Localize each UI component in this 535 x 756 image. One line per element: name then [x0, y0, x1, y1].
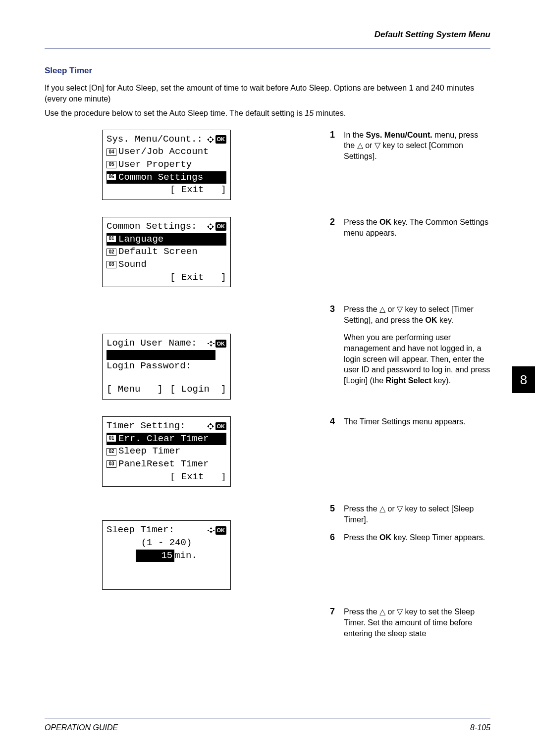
proc-default: 15	[305, 109, 314, 117]
svg-marker-12	[209, 423, 212, 425]
lcd-title: Login User Name:	[107, 337, 197, 350]
softkey-exit: [ Exit ]	[170, 471, 226, 484]
step-text: Press the OK key. Sleep Timer appears.	[344, 532, 485, 543]
menu-item: User/Job Account	[118, 146, 209, 158]
footer-right: 8-105	[470, 723, 490, 732]
svg-rect-19	[213, 530, 214, 531]
nav-arrows-icon	[207, 223, 214, 231]
svg-rect-11	[213, 343, 214, 344]
step-number: 2	[330, 217, 344, 238]
nav-numeric-icon	[208, 527, 214, 534]
svg-marker-16	[210, 527, 213, 529]
item-number: 06	[107, 173, 116, 181]
svg-marker-2	[207, 138, 209, 141]
down-triangle-icon: ▽	[397, 305, 403, 313]
header-divider	[45, 49, 490, 49]
down-triangle-icon: ▽	[374, 141, 380, 150]
item-number: 05	[107, 161, 116, 168]
menu-item: User Property	[118, 158, 192, 171]
down-triangle-icon: ▽	[397, 607, 403, 616]
lcd-title: Sys. Menu/Count.:	[107, 133, 203, 146]
svg-marker-6	[207, 225, 209, 228]
item-number: 01	[107, 235, 116, 243]
down-triangle-icon: ▽	[397, 504, 403, 513]
nav-arrows-icon	[207, 422, 214, 430]
menu-item: PanelReset Timer	[118, 458, 209, 471]
timer-unit: min.	[174, 550, 197, 562]
softkey-exit: [ Exit ]	[170, 184, 226, 197]
item-number: 04	[107, 149, 116, 156]
up-triangle-icon: △	[379, 607, 385, 616]
ok-icon: OK	[215, 222, 227, 231]
proc-pre: Use the procedure below to set the Auto …	[45, 109, 305, 117]
menu-item: Sound	[118, 258, 147, 271]
lcd-sleep-timer: Sleep Timer: OK (1 - 240) 15min.	[102, 520, 231, 590]
step-number: 7	[330, 606, 344, 639]
softkey-login: [ Login ]	[170, 383, 226, 396]
step-text: Press the △ or ▽ key to select [Timer Se…	[344, 304, 490, 386]
svg-marker-13	[209, 428, 212, 430]
svg-rect-18	[208, 530, 209, 531]
menu-item: Sleep Timer	[118, 445, 180, 458]
page: Default Setting System Menu Sleep Timer …	[0, 0, 535, 756]
lcd-title: Timer Setting:	[107, 420, 186, 433]
page-header: Default Setting System Menu	[45, 30, 490, 40]
up-triangle-icon: △	[379, 504, 385, 513]
step-text: In the Sys. Menu/Count. menu, press the …	[344, 130, 490, 162]
step-number: 3	[330, 304, 344, 386]
step-text: Press the △ or ▽ key to select [Sleep Ti…	[344, 504, 490, 525]
range-label: (1 - 240)	[141, 537, 192, 550]
password-label: Login Password:	[107, 360, 191, 373]
ok-icon: OK	[215, 135, 227, 144]
timer-value: 15	[136, 550, 174, 562]
step-number: 6	[330, 532, 344, 543]
menu-item-selected: 01Err. Clear Timer	[107, 433, 226, 446]
lcd-login: Login User Name: OK Login Password: [ Me…	[102, 334, 231, 400]
svg-marker-5	[209, 228, 212, 230]
item-number: 03	[107, 460, 116, 468]
svg-marker-7	[212, 225, 214, 228]
step-number: 4	[330, 416, 344, 427]
lcd-common-settings: Common Settings: OK 01Language 02Default…	[102, 217, 231, 287]
page-footer: OPERATION GUIDE 8-105	[45, 718, 490, 732]
procedure-paragraph: Use the procedure below to set the Auto …	[45, 108, 490, 119]
svg-marker-14	[207, 425, 209, 428]
svg-marker-1	[209, 141, 212, 143]
intro-paragraph: If you select [On] for Auto Sleep, set t…	[45, 83, 490, 104]
svg-rect-10	[208, 343, 209, 344]
lcd-title: Sleep Timer:	[107, 524, 174, 537]
item-number: 02	[107, 448, 116, 455]
svg-marker-0	[209, 136, 212, 138]
item-number: 02	[107, 249, 116, 256]
step-text: Press the OK key. The Common Settings me…	[344, 217, 490, 238]
svg-marker-8	[210, 341, 213, 343]
footer-left: OPERATION GUIDE	[45, 723, 118, 732]
up-triangle-icon: △	[379, 305, 385, 313]
svg-marker-3	[212, 138, 214, 141]
svg-marker-9	[210, 345, 213, 347]
item-number: 03	[107, 261, 116, 268]
section-title: Sleep Timer	[45, 66, 490, 76]
step-text: Press the △ or ▽ key to set the Sleep Ti…	[344, 606, 490, 639]
menu-item-selected: 01Language	[107, 233, 226, 246]
chapter-tab: 8	[512, 366, 535, 393]
lcd-sys-menu: Sys. Menu/Count.: OK 04User/Job Account …	[102, 130, 231, 200]
item-number: 01	[107, 435, 116, 442]
svg-marker-4	[209, 223, 212, 225]
proc-post: minutes.	[314, 109, 346, 117]
lcd-title: Common Settings:	[107, 220, 197, 233]
menu-item: Default Screen	[118, 246, 198, 258]
step-number: 5	[330, 504, 344, 525]
menu-item-selected: 06Common Settings	[107, 171, 226, 184]
softkey-exit: [ Exit ]	[170, 271, 226, 284]
nav-arrows-icon	[207, 136, 214, 144]
svg-marker-17	[210, 531, 213, 533]
step-number: 1	[330, 130, 344, 162]
svg-marker-15	[212, 425, 214, 428]
ok-icon: OK	[215, 526, 227, 535]
nav-numeric-icon	[208, 340, 214, 347]
step-text: The Timer Settings menu appears.	[344, 416, 465, 427]
up-triangle-icon: △	[357, 141, 363, 150]
ok-icon: OK	[215, 422, 227, 431]
username-input	[107, 350, 215, 360]
